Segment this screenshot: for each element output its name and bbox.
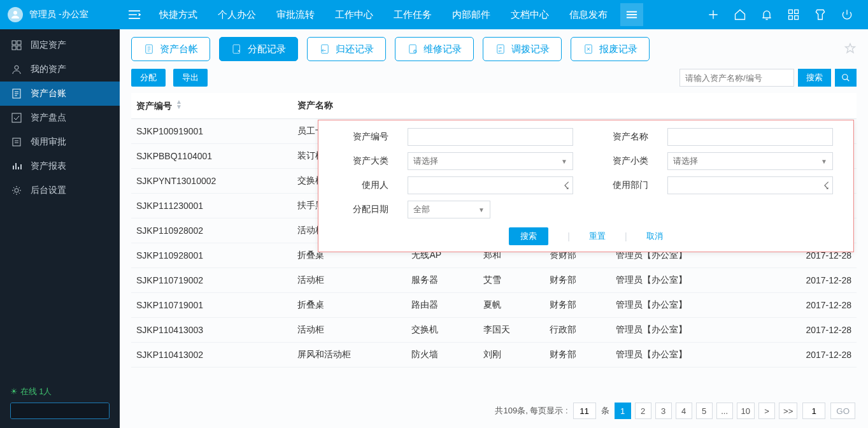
avatar-icon — [8, 7, 23, 22]
topnav-more[interactable] — [620, 3, 643, 26]
sidebar-item-fixed-assets[interactable]: 固定资产 — [0, 33, 120, 57]
field-asset-name[interactable] — [667, 128, 833, 146]
sidebar-item-my-assets[interactable]: 我的资产 — [0, 57, 120, 82]
label-asset-name: 资产名称 — [588, 131, 652, 143]
sidebar-bottom: ☀ 在线 1人 — [0, 380, 120, 428]
export-button[interactable]: 导出 — [173, 69, 208, 87]
sidebar-search-input[interactable] — [11, 403, 110, 418]
field-asset-no[interactable] — [408, 128, 573, 146]
svg-rect-2 — [795, 10, 799, 14]
apps-icon[interactable] — [780, 0, 807, 29]
svg-rect-12 — [13, 138, 20, 146]
topnav-item[interactable]: 个人办公 — [208, 0, 266, 29]
page-button[interactable]: 3 — [655, 403, 672, 419]
theme-icon[interactable] — [807, 0, 834, 29]
table-row[interactable]: SJKP110719002活动柜服务器艾雪财务部管理员【办公室】2017-12-… — [131, 268, 857, 293]
svg-point-13 — [15, 189, 18, 192]
user-picker-icon[interactable]: ☇ — [564, 180, 569, 192]
sidebar-item-inventory[interactable]: 资产盘点 — [0, 106, 120, 130]
cell: 交换机 — [406, 318, 478, 343]
svg-rect-1 — [789, 10, 793, 14]
cell: 2017-12-28 — [757, 318, 857, 343]
favorite-star[interactable] — [844, 42, 857, 57]
scrap-icon — [583, 43, 594, 55]
cell: SJKP110719002 — [131, 268, 292, 293]
svg-rect-7 — [12, 46, 16, 50]
sidebar-item-report[interactable]: 资产报表 — [0, 154, 120, 178]
cell: 路由器 — [406, 293, 478, 318]
sidebar-item-approval[interactable]: 领用审批 — [0, 130, 120, 154]
topnav-item[interactable]: 工作任务 — [383, 0, 442, 29]
tab-return-records[interactable]: 归还记录 — [307, 37, 386, 61]
table-row[interactable]: SJKP110719001折叠桌路由器夏帆财务部管理员【办公室】2017-12-… — [131, 293, 857, 318]
cell: SJKP100919001 — [131, 119, 292, 144]
select-cat-small[interactable]: 请选择▼ — [667, 152, 833, 170]
field-user[interactable] — [408, 176, 573, 194]
tabs-row: 资产台帐 分配记录 归还记录 维修记录 调拨记录 报废记录 — [120, 29, 868, 61]
cell: SJKP110928001 — [131, 243, 292, 268]
tab-allocation-records[interactable]: 分配记录 — [219, 37, 298, 61]
sidebar-toggle[interactable] — [120, 0, 149, 29]
advanced-search-panel: 资产编号 资产名称 资产大类 请选择▼ 资产小类 请选择▼ 使用人 ☇ 使用部门… — [318, 120, 854, 252]
col-asset-no[interactable]: 资产编号▲▼ — [131, 93, 292, 119]
page-button[interactable]: 10 — [737, 403, 755, 419]
page-button[interactable]: 4 — [676, 403, 692, 419]
cell: 活动柜 — [292, 318, 406, 343]
cell: SJKPBBQ1104001 — [131, 144, 292, 169]
allocate-button[interactable]: 分配 — [131, 69, 166, 87]
select-cat-big[interactable]: 请选择▼ — [408, 152, 573, 170]
field-dept[interactable] — [667, 176, 833, 194]
page-button[interactable]: >> — [779, 403, 797, 419]
cell: 李国天 — [478, 318, 544, 343]
plus-icon[interactable] — [700, 0, 727, 29]
power-icon[interactable] — [834, 0, 860, 29]
topnav-item[interactable]: 快捷方式 — [149, 0, 208, 29]
online-count: ☀ 在线 1人 — [10, 386, 110, 397]
page-button[interactable]: 5 — [696, 403, 713, 419]
table-row[interactable]: SJKP110413003活动柜交换机李国天行政部管理员【办公室】2017-12… — [131, 318, 857, 343]
side-menu: 固定资产 我的资产 资产台账 资产盘点 领用审批 资产报表 — [0, 29, 120, 380]
sidebar-item-asset-ledger[interactable]: 资产台账 — [0, 82, 120, 106]
tab-asset-ledger[interactable]: 资产台帐 — [131, 37, 210, 61]
topnav-item[interactable]: 信息发布 — [559, 0, 618, 29]
asset-search-input[interactable] — [679, 69, 794, 87]
tab-scrap-records[interactable]: 报废记录 — [571, 37, 650, 61]
table-row[interactable]: SJKP110413002屏风和活动柜防火墙刘刚财务部管理员【办公室】2017-… — [131, 343, 857, 367]
bell-icon[interactable] — [753, 0, 780, 29]
tab-transfer-records[interactable]: 调拨记录 — [483, 37, 562, 61]
page-button[interactable]: 1 — [615, 403, 631, 419]
home-icon[interactable] — [727, 0, 753, 29]
svg-rect-17 — [322, 45, 329, 54]
topnav-item[interactable]: 工作中心 — [325, 0, 383, 29]
cell: SJKP110928002 — [131, 218, 292, 243]
page-button[interactable]: 2 — [635, 403, 651, 419]
topnav-item[interactable]: 文档中心 — [501, 0, 559, 29]
return-icon — [319, 43, 331, 55]
sidebar-item-settings[interactable]: 后台设置 — [0, 178, 120, 203]
topbar: 管理员 -办公室 快捷方式 个人办公 审批流转 工作中心 工作任务 内部邮件 文… — [0, 0, 868, 29]
search-button[interactable]: 搜索 — [798, 69, 831, 87]
adv-search-button[interactable]: 搜索 — [509, 227, 548, 245]
topbar-user[interactable]: 管理员 -办公室 — [0, 7, 120, 22]
tab-repair-records[interactable]: 维修记录 — [395, 37, 474, 61]
page-go-input[interactable] — [802, 403, 825, 419]
per-page-suffix: 条 — [601, 405, 609, 417]
star-icon — [844, 42, 857, 55]
page-go-button[interactable]: GO — [830, 403, 855, 419]
select-alloc-date[interactable]: 全部▼ — [408, 201, 490, 218]
approve-icon — [11, 137, 22, 147]
col-asset-name[interactable]: 资产名称 — [292, 93, 406, 119]
page-button[interactable]: ... — [716, 403, 733, 419]
topnav-item[interactable]: 审批流转 — [266, 0, 325, 29]
main-panel: 资产台帐 分配记录 归还记录 维修记录 调拨记录 报废记录 — [120, 29, 868, 428]
user-picker-icon[interactable]: ☇ — [823, 180, 829, 192]
adv-cancel-button[interactable]: 取消 — [646, 231, 663, 242]
per-page-input[interactable] — [573, 403, 596, 419]
cell: SJKP110413003 — [131, 318, 292, 343]
page-button[interactable]: > — [758, 403, 775, 419]
cell: SJKP110413002 — [131, 343, 292, 367]
adv-reset-button[interactable]: 重置 — [589, 231, 606, 242]
advanced-search-toggle[interactable] — [835, 69, 857, 87]
topnav-item[interactable]: 内部邮件 — [442, 0, 501, 29]
cell: SJKP111230001 — [131, 194, 292, 218]
